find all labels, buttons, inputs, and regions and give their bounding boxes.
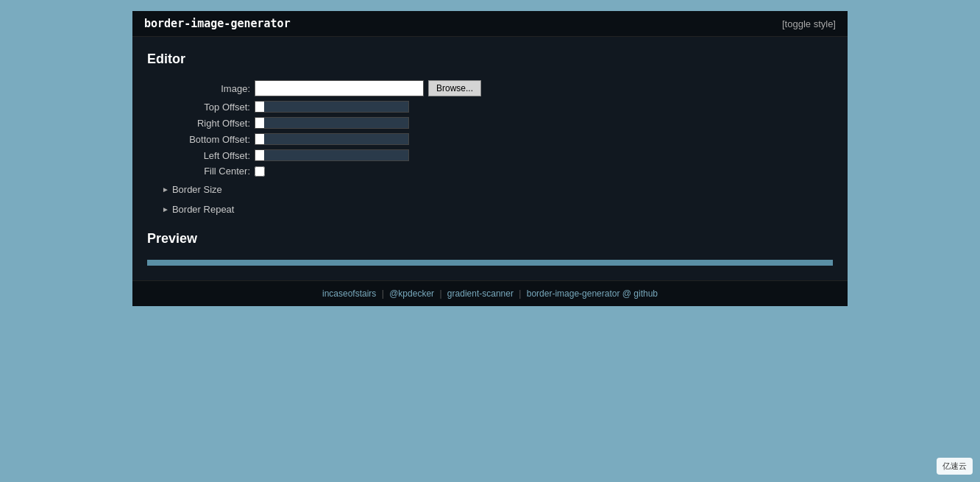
border-repeat-toggle[interactable]: ► Border Repeat	[162, 202, 833, 216]
border-size-section: ► Border Size	[147, 182, 833, 196]
left-offset-label: Left Offset:	[162, 150, 250, 161]
footer-sep-2: |	[439, 288, 441, 299]
fill-center-row: Fill Center:	[162, 166, 833, 177]
top-offset-label: Top Offset:	[162, 102, 250, 113]
bottom-offset-label: Bottom Offset:	[162, 134, 250, 145]
top-offset-row: Top Offset:	[162, 101, 833, 113]
toggle-style-link[interactable]: [toggle style]	[782, 18, 836, 29]
footer-link-github[interactable]: border-image-generator @ github	[527, 288, 658, 299]
app-title: border-image-generator	[144, 17, 291, 30]
browse-button[interactable]: Browse...	[428, 80, 481, 96]
border-repeat-section: ► Border Repeat	[147, 202, 833, 216]
preview-title: Preview	[147, 231, 833, 247]
footer-sep-3: |	[519, 288, 521, 299]
image-row: Image: Browse...	[162, 80, 833, 96]
footer-link-gradient-scanner[interactable]: gradient-scanner	[447, 288, 514, 299]
watermark: 亿速云	[937, 458, 973, 475]
footer-link-incaseofstairs[interactable]: incaseofstairs	[322, 288, 376, 299]
image-input[interactable]	[255, 80, 424, 96]
right-offset-row: Right Offset:	[162, 117, 833, 129]
top-offset-slider[interactable]	[255, 101, 409, 113]
border-repeat-label: Border Repeat	[172, 204, 235, 215]
editor-form: Image: Browse... Top Offset: Right Offse…	[147, 80, 833, 177]
fill-center-label: Fill Center:	[162, 166, 250, 177]
fill-center-checkbox[interactable]	[255, 166, 265, 177]
right-offset-label: Right Offset:	[162, 118, 250, 129]
bottom-offset-slider[interactable]	[255, 133, 409, 145]
preview-section: Preview	[132, 224, 848, 280]
app-header: border-image-generator [toggle style]	[132, 11, 848, 37]
footer-link-kpdecker[interactable]: @kpdecker	[389, 288, 434, 299]
image-label: Image:	[162, 83, 250, 94]
preview-bar	[147, 260, 833, 266]
border-repeat-arrow-icon: ►	[162, 205, 169, 213]
border-size-label: Border Size	[172, 184, 222, 195]
editor-title: Editor	[147, 52, 833, 67]
border-size-toggle[interactable]: ► Border Size	[162, 182, 833, 196]
left-offset-slider[interactable]	[255, 149, 409, 161]
bottom-offset-row: Bottom Offset:	[162, 133, 833, 145]
border-size-arrow-icon: ►	[162, 185, 169, 194]
footer-sep-1: |	[382, 288, 384, 299]
right-offset-slider[interactable]	[255, 117, 409, 129]
footer: incaseofstairs | @kpdecker | gradient-sc…	[132, 280, 848, 306]
editor-section: Editor Image: Browse... Top Offset: Righ…	[132, 37, 848, 224]
left-offset-row: Left Offset:	[162, 149, 833, 161]
